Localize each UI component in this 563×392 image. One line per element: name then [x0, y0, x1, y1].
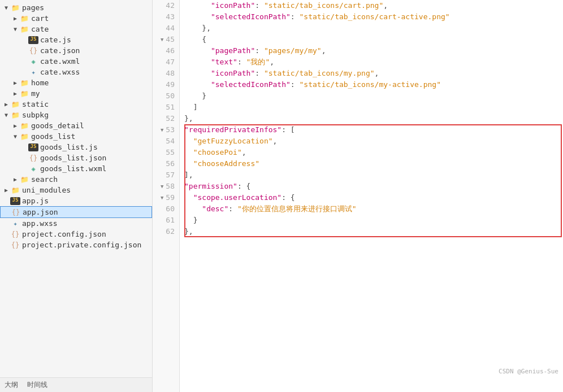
line-number-59: ▼59: [157, 192, 175, 203]
file-tree: ▼📁pages▶📁cart▼📁cateJScate.js{}cate.json◈…: [0, 0, 152, 377]
token: "chooseAddress": [193, 158, 259, 169]
code-line-52[interactable]: },: [184, 113, 563, 124]
sidebar-item-cart[interactable]: ▶📁cart: [0, 13, 152, 24]
tree-arrow-subpkg: ▼: [2, 112, 10, 118]
file-icon-goods_list-json: {}: [28, 154, 38, 162]
fold-arrow-53[interactable]: ▼: [158, 124, 163, 136]
sidebar-bottom-timeline[interactable]: 时间线: [27, 380, 47, 390]
sidebar-item-static[interactable]: ▶📁static: [0, 99, 152, 110]
sidebar-item-project-config-json[interactable]: {}project.config.json: [0, 229, 152, 239]
file-icon-cate-wxss: ✦: [28, 68, 38, 76]
sidebar-item-app-js[interactable]: JSapp.js: [0, 195, 152, 206]
code-line-61[interactable]: }: [184, 215, 563, 226]
sidebar-item-pages[interactable]: ▼📁pages: [0, 2, 152, 13]
sidebar-item-subpkg[interactable]: ▼📁subpkg: [0, 110, 152, 120]
sidebar-item-goods_detail[interactable]: ▶📁goods_detail: [0, 120, 152, 131]
line-num-text-42: 42: [166, 0, 175, 11]
sidebar-item-my[interactable]: ▶📁my: [0, 88, 152, 99]
file-icon-uni_modules: 📁: [10, 186, 20, 194]
code-line-55[interactable]: "choosePoi",: [184, 147, 563, 158]
sidebar-bottom-outline[interactable]: 大纲: [5, 380, 18, 390]
line-number-62: 62: [157, 226, 175, 237]
token: "selectedIconPath": [211, 11, 291, 23]
fold-arrow-59[interactable]: ▼: [158, 192, 163, 203]
code-line-43[interactable]: "selectedIconPath": "static/tab_icons/ca…: [184, 11, 563, 23]
code-line-59[interactable]: "scope.userLocation": {: [184, 192, 563, 203]
line-num-text-54: 54: [166, 136, 175, 147]
sidebar-item-goods_list-wxml[interactable]: ◈goods_list.wxml: [0, 163, 152, 174]
fold-arrow-58[interactable]: ▼: [158, 181, 163, 192]
sidebar-item-goods_list-json[interactable]: {}goods_list.json: [0, 153, 152, 163]
file-label-app-json: app.json: [23, 208, 58, 216]
token: [184, 45, 211, 56]
sidebar-item-app-wxss[interactable]: ✦app.wxss: [0, 218, 152, 229]
code-line-46[interactable]: "pagePath": "pages/my/my",: [184, 45, 563, 56]
line-num-text-62: 62: [166, 226, 175, 237]
file-icon-search: 📁: [19, 176, 29, 184]
file-icon-app-wxss: ✦: [10, 220, 20, 228]
token: "permission": [184, 181, 237, 192]
code-line-44[interactable]: },: [184, 23, 563, 34]
code-area[interactable]: "iconPath": "static/tab_icons/cart.png",…: [180, 0, 563, 392]
file-icon-static: 📁: [10, 101, 20, 108]
token: :: [237, 56, 246, 68]
line-num-text-44: 44: [166, 23, 175, 34]
code-line-48[interactable]: "iconPath": "static/tab_icons/my.png",: [184, 68, 563, 79]
token: "pages/my/my": [264, 45, 322, 56]
token: [184, 11, 211, 23]
line-number-57: 57: [157, 169, 175, 181]
sidebar-item-cate-json[interactable]: {}cate.json: [0, 45, 152, 56]
code-line-60[interactable]: "desc": "你的位置信息将用来进行接口调试": [184, 203, 563, 215]
sidebar-item-home[interactable]: ▶📁home: [0, 77, 152, 88]
sidebar-item-project-private-json[interactable]: {}project.private.config.json: [0, 239, 152, 250]
token: {: [202, 34, 206, 45]
code-line-45[interactable]: {: [184, 34, 563, 45]
code-line-54[interactable]: "getFuzzyLocation",: [184, 136, 563, 147]
token: "static/tab_icons/my.png": [264, 68, 375, 79]
code-line-58[interactable]: "permission": {: [184, 181, 563, 192]
token: [184, 147, 193, 158]
line-num-text-61: 61: [166, 215, 175, 226]
file-icon-cate: 📁: [19, 25, 29, 33]
file-label-my: my: [31, 89, 40, 98]
file-icon-cate-js: JS: [28, 36, 38, 44]
code-line-57[interactable]: ],: [184, 169, 563, 181]
sidebar-item-cate[interactable]: ▼📁cate: [0, 24, 152, 34]
line-num-text-52: 52: [166, 113, 175, 124]
token: },: [184, 113, 193, 124]
editor-panel: 424344▼4546474849505152▼5354555657▼58▼59…: [153, 0, 563, 392]
token: "selectedIconPath": [211, 79, 291, 90]
token: :: [291, 79, 300, 90]
sidebar-item-goods_list-js[interactable]: JSgoods_list.js: [0, 142, 152, 153]
file-label-home: home: [31, 79, 49, 87]
sidebar-item-uni_modules[interactable]: ▶📁uni_modules: [0, 185, 152, 195]
token: },: [202, 23, 211, 34]
file-label-app-js: app.js: [22, 197, 49, 205]
sidebar-item-cate-wxss[interactable]: ✦cate.wxss: [0, 67, 152, 77]
file-icon-home: 📁: [19, 79, 29, 87]
sidebar-item-cate-js[interactable]: JScate.js: [0, 34, 152, 45]
token: "getFuzzyLocation": [193, 136, 273, 147]
file-label-goods_list-json: goods_list.json: [40, 154, 106, 162]
sidebar-item-cate-wxml[interactable]: ◈cate.wxml: [0, 56, 152, 67]
code-line-47[interactable]: "text": "我的",: [184, 56, 563, 68]
line-number-42: 42: [157, 0, 175, 11]
code-line-50[interactable]: }: [184, 90, 563, 102]
fold-arrow-45[interactable]: ▼: [158, 34, 163, 45]
sidebar-item-goods_list[interactable]: ▼📁goods_list: [0, 131, 152, 142]
code-line-56[interactable]: "chooseAddress": [184, 158, 563, 169]
line-number-49: 49: [157, 79, 175, 90]
line-number-61: 61: [157, 215, 175, 226]
line-number-47: 47: [157, 56, 175, 68]
code-line-42[interactable]: "iconPath": "static/tab_icons/cart.png",: [184, 0, 563, 11]
sidebar-item-search[interactable]: ▶📁search: [0, 174, 152, 185]
code-line-53[interactable]: "requiredPrivateInfos": [: [184, 124, 563, 136]
code-line-49[interactable]: "selectedIconPath": "static/tab_icons/my…: [184, 79, 563, 90]
code-line-51[interactable]: ]: [184, 102, 563, 113]
token: [184, 0, 211, 11]
file-label-search: search: [31, 175, 58, 184]
token: [184, 136, 193, 147]
code-line-62[interactable]: },: [184, 226, 563, 237]
tree-arrow-pages: ▼: [2, 5, 10, 11]
sidebar-item-app-json[interactable]: {}app.json: [0, 206, 152, 218]
